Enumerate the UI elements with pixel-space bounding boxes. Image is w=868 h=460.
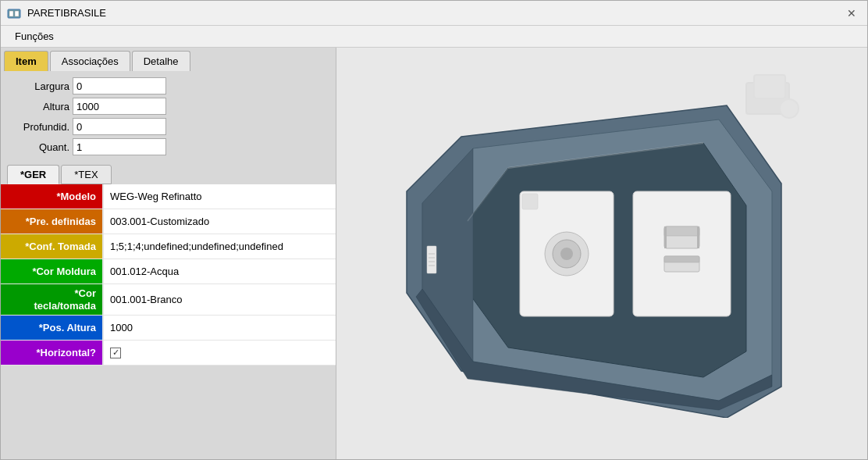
prop-label-cor-tecla: *Cor tecla/tomada (1, 284, 102, 315)
svg-rect-18 (697, 226, 699, 248)
inner-tabs: *GER *TEX (7, 165, 329, 184)
input-quant[interactable] (73, 138, 166, 155)
prop-row-cor-tecla: *Cor tecla/tomada 001.001-Branco (1, 284, 336, 316)
svg-rect-17 (664, 226, 667, 248)
prop-value-conf[interactable]: 1;5;1;4;undefined;undefined;undefined (102, 234, 336, 259)
svg-point-12 (560, 248, 573, 260)
prop-label-pos: *Pos. Altura (1, 316, 102, 340)
prop-value-modelo[interactable]: WEG-Weg Refinatto (102, 184, 336, 209)
prop-value-cor-moldura[interactable]: 001.012-Acqua (102, 259, 336, 283)
prop-label-cor-moldura: *Cor Moldura (1, 259, 102, 283)
window-title: PARETIBRASILE (27, 7, 106, 19)
input-largura[interactable] (73, 77, 166, 94)
inner-tab-tex[interactable]: *TEX (61, 165, 111, 184)
main-window: PARETIBRASILE ✕ Funções Item Associações… (0, 0, 868, 460)
label-altura: Altura (7, 101, 69, 112)
prop-label-conf: *Conf. Tomada (1, 234, 102, 259)
prop-row-pre: *Pre. definidas 003.001-Customizado (1, 209, 336, 234)
title-bar: PARETIBRASILE ✕ (1, 1, 867, 26)
form-row-profundid: Profundid. (7, 118, 329, 135)
svg-rect-1 (9, 11, 13, 16)
device-3d-view (399, 90, 805, 418)
prop-label-modelo: *Modelo (1, 184, 102, 209)
form-row-largura: Largura (7, 77, 329, 94)
right-panel (336, 48, 867, 459)
app-icon (7, 6, 21, 20)
prop-value-pos[interactable]: 1000 (102, 316, 336, 340)
checkbox-horizontal[interactable]: ✓ (110, 348, 121, 358)
form-row-altura: Altura (7, 98, 329, 115)
input-altura[interactable] (73, 98, 166, 115)
prop-label-horiz: *Horizontal? (1, 341, 102, 365)
close-button[interactable]: ✕ (842, 4, 861, 23)
watermark-icon (742, 71, 805, 124)
form-area: Largura Altura Profundid. Quant. (1, 71, 336, 162)
label-profundid: Profundid. (7, 121, 69, 133)
prop-value-pre[interactable]: 003.001-Customizado (102, 209, 336, 234)
prop-row-pos: *Pos. Altura 1000 (1, 316, 336, 341)
prop-row-horiz: *Horizontal? ✓ (1, 341, 336, 366)
svg-rect-23 (427, 246, 436, 273)
tab-detalhe[interactable]: Detalhe (132, 51, 190, 71)
svg-rect-20 (664, 256, 699, 262)
svg-rect-2 (15, 11, 19, 16)
input-profundid[interactable] (73, 118, 166, 135)
tab-associacoes[interactable]: Associações (50, 51, 130, 71)
label-quant: Quant. (7, 141, 69, 153)
properties-table: *Modelo WEG-Weg Refinatto *Pre. definida… (1, 184, 336, 459)
tab-item[interactable]: Item (4, 51, 48, 71)
title-bar-left: PARETIBRASILE (7, 6, 106, 20)
prop-label-pre: *Pre. definidas (1, 209, 102, 234)
menu-bar: Funções (1, 26, 867, 48)
prop-value-cor-tecla[interactable]: 001.001-Branco (102, 284, 336, 315)
prop-row-cor-moldura: *Cor Moldura 001.012-Acqua (1, 259, 336, 284)
form-row-quant: Quant. (7, 138, 329, 155)
menu-item-funcoes[interactable]: Funções (7, 27, 62, 45)
svg-rect-13 (522, 194, 538, 209)
svg-rect-14 (633, 191, 731, 316)
inner-tab-ger[interactable]: *GER (7, 165, 59, 184)
prop-row-conf: *Conf. Tomada 1;5;1;4;undefined;undefine… (1, 234, 336, 259)
main-tabs: Item Associações Detalhe (1, 48, 336, 71)
svg-point-5 (780, 99, 799, 118)
content-area: Item Associações Detalhe Largura Altura … (1, 48, 867, 459)
left-panel: Item Associações Detalhe Largura Altura … (1, 48, 336, 459)
prop-row-modelo: *Modelo WEG-Weg Refinatto (1, 184, 336, 209)
svg-rect-16 (664, 226, 699, 236)
label-largura: Largura (7, 80, 69, 92)
prop-value-horiz: ✓ (102, 341, 336, 365)
svg-rect-4 (754, 75, 785, 98)
